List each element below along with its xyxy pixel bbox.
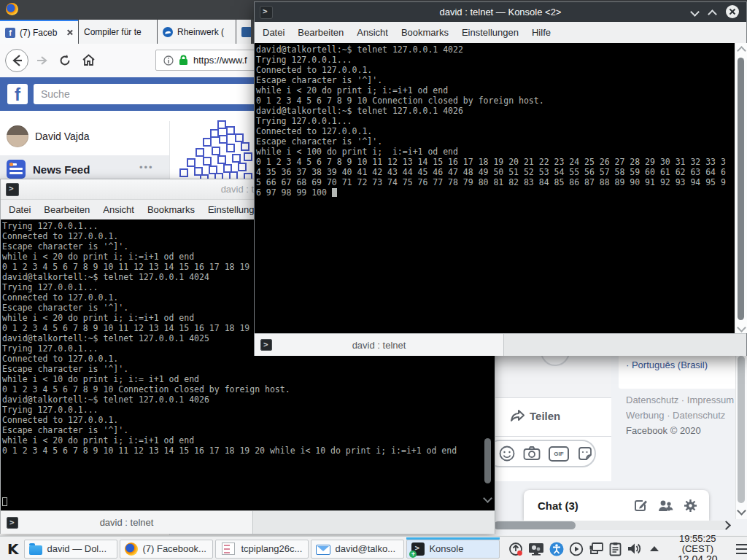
language-link[interactable]: · Português (Brasil)	[626, 359, 708, 370]
clipboard-icon[interactable]	[609, 542, 622, 556]
menu-item-hilfe[interactable]: Hilfe	[525, 27, 557, 38]
system-tray	[508, 542, 659, 556]
konsole-icon: +	[411, 542, 425, 556]
taskbar-task-konsole[interactable]: +Konsole	[406, 540, 500, 559]
application-launcher-icon[interactable]: K	[5, 540, 20, 559]
terminal-cursor	[2, 497, 7, 506]
menu-item-ansicht[interactable]: Ansicht	[96, 204, 141, 215]
browser-tab-2[interactable]: Compiler für te	[79, 20, 157, 44]
scrollbar-thumb[interactable]	[484, 438, 491, 483]
menu-item-bearbeiten[interactable]: Bearbeiten	[291, 27, 350, 38]
taskbar-task-mail[interactable]: david@talko...	[311, 540, 404, 559]
tray-expander-icon[interactable]	[650, 546, 659, 551]
terminal-line	[2, 486, 495, 497]
close-button[interactable]	[726, 5, 739, 18]
sticker-icon[interactable]	[577, 446, 593, 462]
home-button[interactable]	[82, 53, 96, 67]
updates-icon[interactable]	[508, 542, 523, 556]
terminal-line: 0 1 2 3 4 5 6 7 8 9 10 11 12 13 14 15 16…	[256, 157, 735, 167]
footer-copyright: Facebook © 2020	[626, 423, 737, 438]
taskbar-task-document[interactable]: tcpiplang26c...	[215, 540, 309, 559]
menu-item-bookmarks[interactable]: Bookmarks	[141, 204, 201, 215]
terminal-line	[2, 497, 495, 507]
add-contact-icon[interactable]	[658, 499, 673, 513]
facebook-footer: Datenschutz · Impressum Werbung · Datens…	[626, 392, 737, 438]
terminal-line: 0 1 2 3 4 5 6 7 8 9 10 11 12 13 14 15 16…	[2, 446, 495, 456]
media-player-icon[interactable]	[569, 542, 584, 556]
panel-menu-icon[interactable]	[736, 544, 747, 554]
back-button[interactable]	[4, 48, 29, 73]
terminal-line: Trying 127.0.0.1...	[256, 116, 735, 126]
gif-icon[interactable]: GIF	[549, 446, 569, 462]
newsfeed-label[interactable]: News Feed	[33, 163, 90, 176]
terminal-tab[interactable]: david : telnet	[1, 511, 253, 534]
page-vertical-scrollbar[interactable]	[735, 356, 747, 519]
scrollbar-thumb[interactable]	[738, 58, 744, 320]
terminal-line	[2, 476, 495, 486]
task-label: (7) Facebook...	[142, 543, 208, 554]
tab-label: (7) Faceb	[20, 28, 62, 38]
browser-tab-3[interactable]: Rheinwerk (	[158, 20, 236, 44]
terminal-tab[interactable]: david : telnet	[255, 334, 504, 356]
menu-bar: DateiBearbeitenAnsichtBookmarksEinstellu…	[255, 22, 746, 43]
chat-bar[interactable]: Chat (3)	[524, 490, 709, 521]
facebook-logo[interactable]	[7, 84, 28, 104]
network-icon[interactable]	[589, 542, 604, 556]
terminal-line: david@talkortell:~$ telnet 127.0.0.1 402…	[256, 44, 735, 55]
accessibility-icon[interactable]	[549, 542, 564, 556]
menu-item-bookmarks[interactable]: Bookmarks	[395, 27, 455, 38]
scroll-down-icon[interactable]	[737, 323, 746, 332]
browser-tab-1[interactable]: (7) Faceb	[0, 20, 78, 44]
scrollbar-thumb[interactable]	[738, 356, 745, 503]
new-message-icon[interactable]	[634, 499, 648, 513]
forward-button[interactable]	[35, 54, 48, 67]
page-horizontal-scrollbar[interactable]	[493, 521, 731, 530]
more-options-icon[interactable]: •••	[139, 162, 154, 173]
firefox-icon	[125, 542, 138, 556]
footer-line[interactable]: Datenschutz · Impressum	[626, 392, 737, 408]
minimize-button[interactable]	[692, 9, 698, 15]
new-instance-badge: +	[409, 551, 417, 558]
terminal[interactable]: david@talkortell:~$ telnet 127.0.0.1 402…	[255, 43, 735, 333]
terminal-cursor	[332, 188, 337, 197]
site-info-icon[interactable]	[163, 55, 174, 66]
task-label: tcpiplang26c...	[241, 543, 303, 554]
terminal-line	[2, 466, 495, 476]
menu-item-bearbeiten[interactable]: Bearbeiten	[37, 204, 96, 215]
profile-name[interactable]: David Vajda	[35, 131, 89, 142]
menu-item-ansicht[interactable]: Ansicht	[350, 27, 395, 38]
tab-close-icon[interactable]	[66, 29, 73, 36]
task-manager: david — Dol...(7) Facebook...tcpiplang26…	[24, 540, 500, 559]
scroll-down-icon[interactable]	[737, 506, 746, 516]
menu-item-datei[interactable]: Datei	[2, 204, 37, 215]
taskbar-task-folder[interactable]: david — Dol...	[24, 540, 117, 559]
menu-item-einstellungen[interactable]: Einstellungen	[455, 27, 525, 38]
chat-settings-icon[interactable]	[684, 499, 697, 513]
scroll-down-icon[interactable]	[483, 494, 492, 503]
terminal-tab-bar: david : telnet	[1, 510, 495, 534]
reload-button[interactable]	[58, 54, 71, 67]
tab-label: Compiler für te	[84, 27, 152, 37]
terminal-line: Escape character is '^]'.	[256, 136, 735, 147]
volume-icon[interactable]	[627, 542, 642, 556]
taskbar-task-firefox[interactable]: (7) Facebook...	[120, 540, 213, 559]
camera-icon[interactable]	[523, 446, 541, 462]
footer-line[interactable]: Werbung · Datenschutz	[626, 408, 737, 423]
display-settings-icon[interactable]	[528, 542, 544, 556]
clock-date: 12.04.20	[666, 554, 729, 560]
scrollbar-thumb[interactable]	[494, 521, 576, 529]
emoji-icon[interactable]	[499, 446, 515, 462]
share-label[interactable]: Teilen	[530, 410, 560, 422]
terminal-line: 5 66 67 68 69 70 71 72 73 74 75 76 77 78…	[256, 177, 735, 187]
scroll-up-icon[interactable]	[737, 46, 746, 55]
terminal-scrollbar[interactable]	[735, 43, 747, 333]
lock-icon	[179, 55, 188, 66]
browser-tab-4[interactable]	[236, 20, 251, 44]
window-titlebar[interactable]: david : telnet — Konsole <2>	[255, 2, 746, 22]
terminal-line: Connected to 127.0.0.1.	[256, 65, 735, 75]
terminal-line: while i < 20 do print i; i:=i+1 od end	[2, 435, 495, 446]
avatar[interactable]	[7, 125, 28, 147]
digital-clock[interactable]: 19:55:25 (CEST) 12.04.20	[666, 534, 729, 560]
maximize-button[interactable]	[709, 11, 716, 18]
menu-item-datei[interactable]: Datei	[256, 27, 291, 38]
